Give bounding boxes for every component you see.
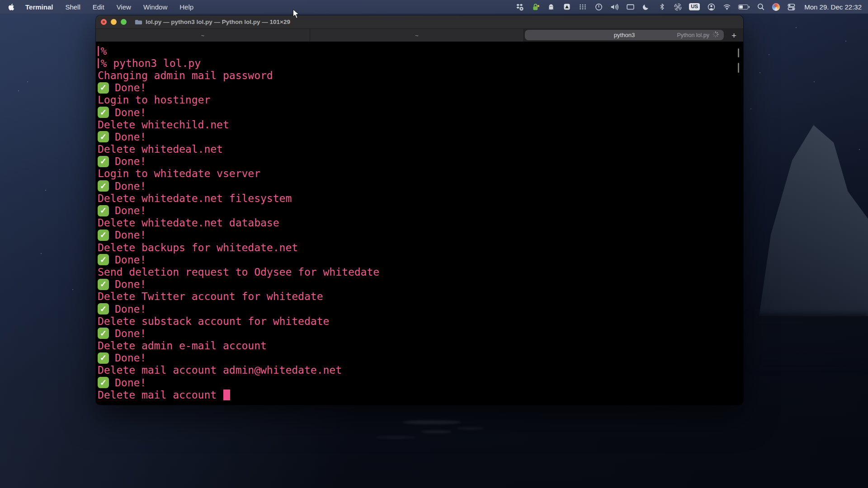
terminal-line: % python3 lol.py: [98, 57, 743, 69]
terminal-line-text: Delete substack account for whitedate: [98, 315, 329, 327]
terminal-line: Delete whitechild.net: [98, 118, 743, 131]
moonlight-ripple: [402, 420, 461, 424]
folder-proxy-icon: [135, 19, 142, 25]
moonlight-ripple: [457, 427, 484, 430]
terminal-line-text: Done!: [115, 328, 146, 339]
menu-window[interactable]: Window: [143, 3, 167, 11]
terminal-line: Delete mail account: [98, 389, 743, 401]
keyboard-layout-badge[interactable]: US: [689, 3, 700, 10]
menu-shell[interactable]: Shell: [65, 3, 80, 11]
terminal-line-text: Delete mail account: [98, 389, 223, 401]
terminal-line: ✓ Done!: [98, 131, 743, 143]
terminal-line-text: %: [101, 45, 107, 57]
menu-view[interactable]: View: [117, 3, 131, 11]
terminal-line-text: Delete whitedate.net database: [98, 217, 279, 229]
app-ghost-icon[interactable]: [547, 2, 556, 11]
active-tab-pill: python3 Python lol.py: [525, 30, 724, 40]
minimize-button[interactable]: [111, 19, 117, 25]
terminal-line: ✓ Done!: [98, 327, 743, 339]
grid-icon[interactable]: [578, 2, 587, 11]
menu-edit[interactable]: Edit: [93, 3, 104, 11]
terminal-line-text: Delete backups for whitedate.net: [98, 242, 298, 253]
terminal-line: ✓ Done!: [98, 155, 743, 168]
color-app-icon[interactable]: [772, 3, 780, 11]
terminal-line-text: Done!: [115, 254, 146, 266]
terminal-tab[interactable]: python3 Python lol.py: [524, 29, 725, 42]
terminal-line: ✓ Done!: [98, 303, 743, 315]
island-silhouette: [750, 121, 868, 316]
terminal-line-text: Done!: [115, 352, 146, 364]
terminal-line: ✓ Done!: [98, 180, 743, 192]
terminal-line-text: Done!: [115, 205, 146, 216]
display-icon[interactable]: [626, 2, 635, 11]
terminal-line: Send deletion request to Odysee for whit…: [98, 266, 743, 278]
terminal-line-text: Delete whitechild.net: [98, 119, 229, 131]
terminal-line: Delete admin e-mail account: [98, 340, 743, 352]
menubar-clock[interactable]: Mon 29. Dec 22:32: [804, 3, 862, 11]
user-account-icon[interactable]: [707, 2, 716, 11]
terminal-line: ✓ Done!: [98, 204, 743, 216]
apple-menu-icon[interactable]: [8, 3, 14, 11]
prompt-mark: [98, 46, 99, 56]
terminal-line-text: Done!: [115, 155, 146, 167]
status-icons: US Mon 29. Dec 22:32: [515, 2, 862, 11]
window-title-bar[interactable]: lol.py — python3 lol.py — Python lol.py …: [96, 15, 743, 29]
terminal-line-text: Delete Twitter account for whitedate: [98, 291, 323, 302]
menu-help[interactable]: Help: [179, 3, 193, 11]
volume-icon[interactable]: [610, 2, 619, 11]
terminal-line: ✓ Done!: [98, 106, 743, 118]
bluetooth-icon[interactable]: [657, 2, 666, 11]
check-emoji: ✓: [98, 205, 109, 216]
busy-spinner-icon: [712, 31, 719, 40]
terminal-line-text: Done!: [115, 82, 146, 94]
terminal-screen[interactable]: % % python3 lol.py Changing admin mail p…: [96, 42, 743, 405]
terminal-line: %: [98, 45, 743, 57]
terminal-line-text: Login to whitedate vserver: [98, 168, 260, 179]
terminal-line: Delete substack account for whitedate: [98, 315, 743, 327]
terminal-line: ✓ Done!: [98, 376, 743, 389]
tab-title: ~: [415, 32, 419, 39]
terminal-cursor: [223, 389, 230, 400]
check-emoji: ✓: [98, 303, 109, 314]
check-emoji: ✓: [98, 377, 109, 388]
terminal-tab[interactable]: ~: [96, 29, 310, 42]
close-button[interactable]: [101, 19, 107, 25]
terminal-line-text: Done!: [115, 303, 146, 315]
new-tab-button[interactable]: +: [725, 29, 743, 42]
terminal-line-text: % python3 lol.py: [101, 57, 201, 69]
check-emoji: ✓: [98, 328, 109, 339]
terminal-line: Changing admin mail password: [98, 69, 743, 81]
terminal-line-text: Done!: [115, 377, 146, 389]
terminal-line-text: Done!: [115, 278, 146, 290]
airdrop-icon[interactable]: [673, 2, 682, 11]
terminal-line-text: Changing admin mail password: [98, 70, 273, 81]
app-play-icon[interactable]: [562, 2, 571, 11]
menu-bar: Terminal Shell Edit View Window Help: [0, 0, 868, 14]
terminal-line: ✓ Done!: [98, 229, 743, 241]
prompt-mark: [98, 58, 99, 68]
spotlight-search-icon[interactable]: [756, 2, 765, 11]
sync-paused-icon[interactable]: [515, 2, 524, 11]
mouse-cursor-icon: [292, 9, 300, 21]
terminal-tab[interactable]: ~: [310, 29, 524, 42]
scrollbar-thumb[interactable]: [738, 48, 739, 57]
time-machine-clock-icon[interactable]: [594, 2, 603, 11]
control-center-icon[interactable]: [787, 2, 796, 11]
moonlight-ripple: [420, 430, 452, 433]
check-emoji: ✓: [98, 180, 109, 192]
tab-title: ~: [201, 32, 204, 39]
menu-terminal[interactable]: Terminal: [25, 3, 53, 11]
tab-process-name: Python lol.py: [677, 32, 709, 38]
scrollbar-thumb[interactable]: [738, 63, 739, 73]
window-title: lol.py — python3 lol.py — Python lol.py …: [146, 19, 290, 25]
terminal-line: Delete Twitter account for whitedate: [98, 291, 743, 303]
moon-dnd-icon[interactable]: [642, 2, 651, 11]
check-emoji: ✓: [98, 107, 109, 118]
vpn-lock-icon[interactable]: [531, 2, 540, 11]
terminal-line: ✓ Done!: [98, 82, 743, 94]
zoom-button[interactable]: [121, 19, 127, 25]
terminal-line-text: Delete admin e-mail account: [98, 340, 267, 352]
battery-icon[interactable]: [738, 5, 750, 9]
terminal-line-text: Send deletion request to Odysee for whit…: [98, 266, 379, 278]
wifi-icon[interactable]: [722, 2, 731, 11]
